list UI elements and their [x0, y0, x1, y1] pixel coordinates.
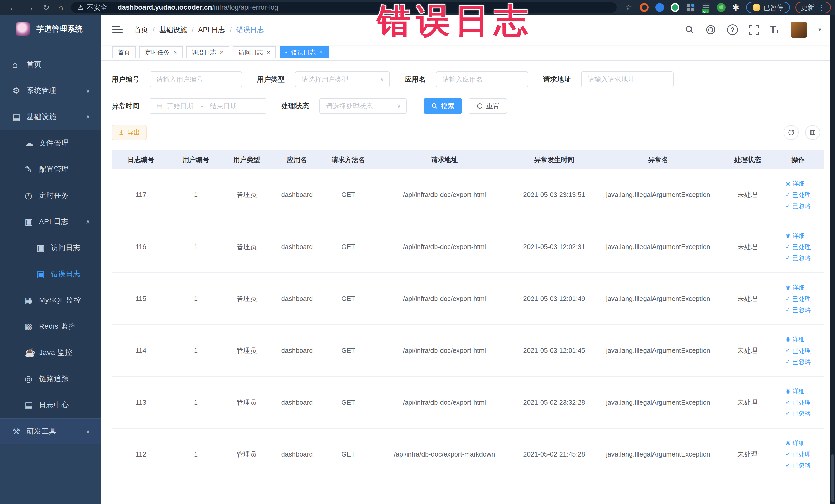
tags-bar: 首页定时任务×调度日志×访问日志×●错误日志× — [101, 45, 830, 61]
breadcrumb-item[interactable]: 首页 — [134, 25, 148, 35]
sidebar-item-home[interactable]: ⌂首页 — [0, 52, 101, 78]
search-icon[interactable] — [685, 25, 694, 35]
home-icon[interactable]: ⌂ — [58, 3, 63, 12]
breadcrumb-item[interactable]: API 日志 — [198, 25, 225, 35]
sidebar-item-job[interactable]: ◷定时任务 — [0, 182, 101, 208]
user-id-input[interactable] — [150, 72, 242, 87]
sidebar-item-file[interactable]: ☁文件管理 — [0, 130, 101, 156]
tab-home[interactable]: 首页 — [112, 46, 136, 58]
user-menu-caret-icon[interactable]: ▾ — [818, 26, 821, 33]
scrollbar-thumb[interactable] — [831, 455, 834, 502]
close-icon[interactable]: × — [267, 49, 270, 56]
cell-time: 2021-05-02 21:45:28 — [514, 428, 594, 480]
search-button[interactable]: 搜索 — [424, 98, 462, 114]
reset-button[interactable]: 重置 — [469, 98, 507, 114]
check-icon: ✓ — [786, 409, 790, 418]
action-processed[interactable]: ✓已处理 — [786, 243, 811, 251]
sidebar-item-api-log[interactable]: ▣API 日志∧ — [0, 208, 101, 235]
extension-icon-5[interactable]: on — [701, 3, 710, 12]
column-header-7: 异常名 — [594, 150, 722, 169]
export-button[interactable]: 导出 — [111, 125, 147, 140]
page-scrollbar[interactable] — [830, 15, 835, 504]
action-processed[interactable]: ✓已处理 — [786, 346, 811, 355]
extension-icon-4[interactable] — [686, 3, 695, 12]
sidebar-item-mysql[interactable]: ▦MySQL 监控 — [0, 287, 101, 313]
font-size-icon[interactable]: TT — [770, 25, 779, 35]
action-ignored[interactable]: ✓已忽略 — [786, 409, 811, 418]
breadcrumb-item[interactable]: 错误日志 — [237, 25, 264, 35]
check-icon: ✓ — [786, 202, 790, 210]
sidebar-item-java[interactable]: ☕Java 监控 — [0, 339, 101, 366]
user-avatar[interactable] — [791, 22, 807, 38]
action-processed[interactable]: ✓已处理 — [786, 190, 811, 199]
update-browser-button[interactable]: 更新 ⋮ — [795, 2, 831, 13]
sidebar-item-label: 定时任务 — [39, 190, 69, 200]
cell-time: 2021-05-03 12:02:31 — [514, 221, 594, 273]
breadcrumb-item[interactable]: 基础设施 — [159, 25, 187, 35]
sidebar-item-system[interactable]: ⚙系统管理∨ — [0, 78, 101, 104]
reload-icon[interactable]: ↻ — [43, 3, 49, 12]
address-bar[interactable]: ⚠ 不安全 dashboard.yudao.iocoder.cn/infra/l… — [71, 2, 616, 13]
tab-job[interactable]: 定时任务× — [139, 46, 183, 58]
action-ignored[interactable]: ✓已忽略 — [786, 202, 811, 210]
action-detail[interactable]: ◉详细 — [786, 283, 805, 292]
action-processed[interactable]: ✓已处理 — [786, 295, 811, 303]
extension-icon-6[interactable] — [717, 3, 726, 12]
extension-icon-7[interactable]: ✱ — [732, 2, 740, 13]
fullscreen-icon[interactable] — [749, 25, 759, 35]
action-ignored[interactable]: ✓已忽略 — [786, 357, 811, 366]
close-icon[interactable]: × — [173, 49, 177, 56]
sidebar-item-label: 基础设施 — [27, 112, 57, 122]
github-icon[interactable] — [706, 25, 716, 35]
date-range-picker[interactable]: ▦ 开始日期 - 结束日期 — [150, 98, 266, 114]
forward-icon[interactable]: → — [26, 3, 34, 12]
action-detail[interactable]: ◉详细 — [786, 439, 805, 447]
sidebar-item-tracer[interactable]: ◎链路追踪 — [0, 366, 101, 392]
column-settings-button[interactable] — [805, 125, 820, 140]
extension-icon-3[interactable] — [671, 3, 679, 12]
close-icon[interactable]: × — [220, 49, 224, 56]
paused-extension-button[interactable]: 已暂停 — [746, 2, 790, 13]
user-type-select[interactable]: 请选择用户类型 ∨ — [295, 72, 390, 87]
action-processed[interactable]: ✓已处理 — [786, 398, 811, 407]
sidebar-item-log-center[interactable]: ▤日志中心 — [0, 392, 101, 418]
monitor-icon: ▤ — [12, 112, 27, 122]
action-processed[interactable]: ✓已处理 — [786, 450, 811, 459]
extension-icon-1[interactable] — [640, 3, 649, 12]
action-ignored[interactable]: ✓已忽略 — [786, 305, 811, 314]
sidebar-item-config[interactable]: ✎配置管理 — [0, 156, 101, 182]
bookmark-star-icon[interactable]: ☆ — [625, 4, 632, 11]
action-detail[interactable]: ◉详细 — [786, 387, 805, 396]
refresh-table-button[interactable] — [784, 125, 798, 140]
action-ignored[interactable]: ✓已忽略 — [786, 461, 811, 470]
sidebar-menu: ⌂首页⚙系统管理∨▤基础设施∧☁文件管理✎配置管理◷定时任务▣API 日志∧▣访… — [0, 52, 101, 444]
sidebar-item-dev-tools[interactable]: ⚒研发工具∨ — [0, 418, 101, 444]
app-name-input[interactable] — [436, 72, 528, 87]
action-ignored[interactable]: ✓已忽略 — [786, 254, 811, 262]
extension-icon-2[interactable] — [655, 3, 664, 12]
cell-url: /api/infra/db-doc/export-markdown — [374, 428, 514, 480]
tab-access-log[interactable]: 访问日志× — [233, 46, 276, 58]
action-label: 已处理 — [792, 450, 811, 459]
eye-icon: ◉ — [786, 439, 790, 447]
sidebar-item-error-log[interactable]: ▣错误日志 — [0, 261, 101, 287]
menu-dots-icon[interactable]: ⋮ — [818, 3, 826, 12]
close-icon[interactable]: × — [319, 49, 323, 56]
app-logo[interactable]: 芋道管理系统 — [0, 15, 101, 43]
tab-error-log[interactable]: ●错误日志× — [280, 46, 328, 58]
cell-id: 114 — [111, 324, 170, 377]
action-detail[interactable]: ◉详细 — [786, 179, 805, 188]
process-status-select[interactable]: 请选择处理状态 ∨ — [319, 98, 407, 114]
request-url-input[interactable] — [581, 72, 674, 87]
action-detail[interactable]: ◉详细 — [786, 335, 805, 344]
sidebar-item-redis[interactable]: ▩Redis 监控 — [0, 313, 101, 339]
help-icon[interactable]: ? — [727, 24, 738, 35]
action-detail[interactable]: ◉详细 — [786, 231, 805, 240]
collapse-menu-icon[interactable] — [112, 24, 123, 36]
sidebar-item-access-log[interactable]: ▣访问日志 — [0, 235, 101, 261]
row-actions: ◉详细✓已处理✓已忽略 — [786, 387, 811, 418]
back-icon[interactable]: ← — [9, 3, 17, 12]
sidebar-item-infra[interactable]: ▤基础设施∧ — [0, 104, 101, 130]
tab-job-log[interactable]: 调度日志× — [186, 46, 229, 58]
row-actions: ◉详细✓已处理✓已忽略 — [786, 179, 811, 210]
